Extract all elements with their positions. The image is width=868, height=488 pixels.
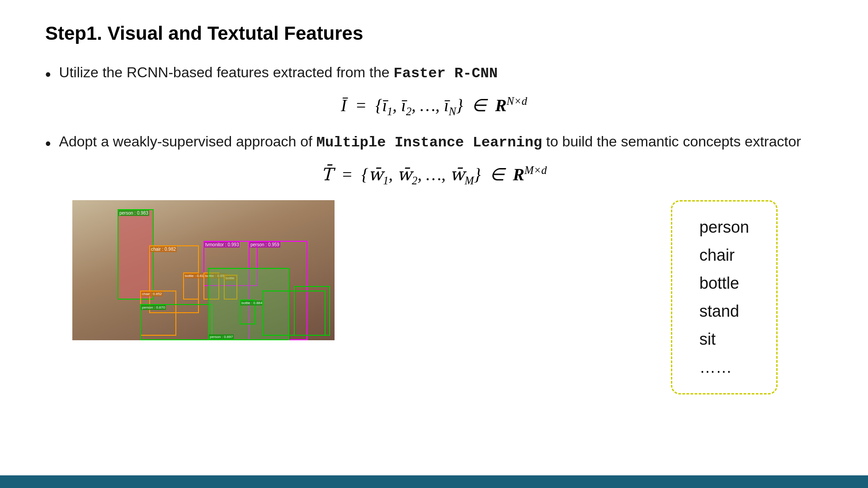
mil-bold: Multiple Instance Learning <box>316 134 542 151</box>
bullet-text-2-after: to build the semantic concepts extractor <box>546 133 801 150</box>
label-person3: person : 0.959 <box>250 242 280 248</box>
concepts-box: person chair bottle stand sit …… <box>671 200 778 394</box>
bullet-dot-2: • <box>45 132 51 155</box>
slide-title: Step1. Visual and Textutal Features <box>45 23 823 44</box>
scene-image: person : 0.983 chair : 0.982 tvmonitor :… <box>72 200 335 340</box>
detection-box-person1: person : 0.983 <box>118 209 154 300</box>
bullet-dot-1: • <box>45 63 51 86</box>
bottom-section: person : 0.983 chair : 0.982 tvmonitor :… <box>45 200 823 394</box>
bullet-text-2: Adopt a weakly-supervised approach of Mu… <box>59 131 823 153</box>
bullet-text-1: Utilize the RCNN-based features extracte… <box>59 62 823 84</box>
label-bottle4: bottle : 0.884 <box>241 300 263 305</box>
label-tv: tvmonitor : 0.993 <box>204 242 240 248</box>
concept-sit: sit <box>699 327 716 352</box>
detection-box-bottle4: bottle : 0.884 <box>240 300 255 324</box>
label-person4: person : 0.870 <box>141 305 166 310</box>
concept-stand: stand <box>699 299 739 324</box>
bullet-item-2: • Adopt a weakly-supervised approach of … <box>45 131 823 155</box>
slide-footer <box>0 475 868 488</box>
label-chair2: chair : 0.852 <box>141 291 163 296</box>
concept-bottle: bottle <box>699 271 739 296</box>
bullet-item-1: • Utilize the RCNN-based features extrac… <box>45 62 823 86</box>
faster-rcnn-bold: Faster R-CNN <box>393 65 497 82</box>
slide-content: Step1. Visual and Textutal Features • Ut… <box>0 0 868 475</box>
bullet-section-1: • Utilize the RCNN-based features extrac… <box>45 62 823 118</box>
formula-2: T̄ = {w̄1, w̄2, …, w̄M} ∈ RM×d <box>45 164 823 187</box>
label-person1: person : 0.983 <box>118 210 149 216</box>
formula-1: Ī = {ī1, ī2, …, īN} ∈ RN×d <box>45 95 823 117</box>
concept-more: …… <box>699 355 732 380</box>
formula-2-math: T̄ = {w̄1, w̄2, …, w̄M} ∈ RM×d <box>321 165 547 184</box>
concept-chair: chair <box>699 243 735 267</box>
slide-container: Step1. Visual and Textutal Features • Ut… <box>0 0 868 488</box>
label-chair1: chair : 0.982 <box>150 246 177 252</box>
detection-box-green2 <box>294 286 330 336</box>
bullet-section-2: • Adopt a weakly-supervised approach of … <box>45 131 823 187</box>
label-person2: person : 0.897 <box>209 334 234 339</box>
image-panel: person : 0.983 chair : 0.982 tvmonitor :… <box>72 200 335 340</box>
concept-person: person <box>699 215 749 239</box>
detection-box-person4: person : 0.870 <box>140 304 212 340</box>
formula-1-math: Ī = {ī1, ī2, …, īN} ∈ RN×d <box>341 96 527 115</box>
detection-box-bottle1: bottle : 0.616 <box>183 272 199 300</box>
